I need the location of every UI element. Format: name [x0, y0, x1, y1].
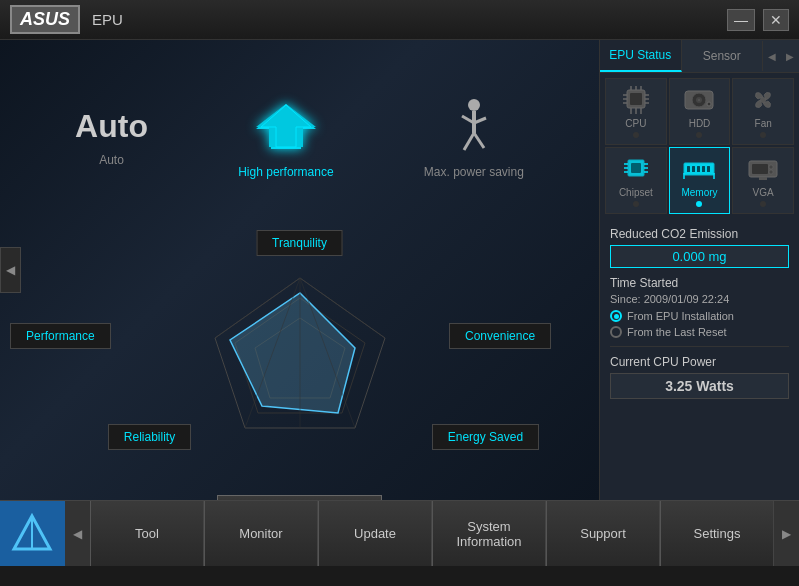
- chipset-icon: [618, 154, 654, 184]
- label-convenience: Convenience: [449, 323, 551, 349]
- mode-auto[interactable]: Auto Auto: [75, 108, 148, 167]
- nav-arrow-left[interactable]: ◀: [65, 501, 90, 566]
- hdd-label: HDD: [689, 118, 711, 129]
- svg-rect-48: [697, 166, 700, 172]
- nav-tool-button[interactable]: Tool: [90, 501, 204, 566]
- fan-icon: [745, 85, 781, 115]
- vga-dot: [760, 201, 766, 207]
- cpu-power-value: 3.25 Watts: [610, 373, 789, 399]
- time-since: Since: 2009/01/09 22:24: [610, 293, 789, 305]
- fan-dot: [760, 132, 766, 138]
- memory-label: Memory: [681, 187, 717, 198]
- cpu-power-title: Current CPU Power: [610, 355, 789, 369]
- configurations-button[interactable]: Configurations: [217, 495, 383, 500]
- memory-dot: [696, 201, 702, 207]
- nav-support-button[interactable]: Support: [546, 501, 660, 566]
- close-button[interactable]: ✕: [763, 9, 789, 31]
- tab-epu-status[interactable]: EPU Status: [600, 40, 682, 72]
- mode-selector: Auto Auto High performance: [0, 40, 599, 225]
- left-panel: ◀ Auto Auto High performance: [0, 40, 599, 500]
- radio-from-reset[interactable]: From the Last Reset: [610, 326, 789, 338]
- nav-buttons: Tool Monitor Update SystemInformation Su…: [90, 501, 774, 566]
- svg-rect-18: [630, 93, 642, 105]
- tab-sensor[interactable]: Sensor: [682, 41, 764, 71]
- walk-icon: [449, 97, 499, 157]
- svg-rect-47: [692, 166, 695, 172]
- status-icon-vga[interactable]: VGA: [732, 147, 794, 214]
- status-icon-hdd[interactable]: HDD: [669, 78, 731, 145]
- label-energy-saved: Energy Saved: [432, 424, 539, 450]
- radio-reset-label: From the Last Reset: [627, 326, 727, 338]
- minimize-button[interactable]: —: [727, 9, 755, 31]
- memory-icon: [681, 154, 717, 184]
- chipset-dot: [633, 201, 639, 207]
- svg-line-6: [464, 133, 474, 150]
- tab-arrow-right[interactable]: ▶: [781, 43, 799, 70]
- svg-marker-1: [256, 104, 316, 147]
- svg-point-35: [707, 102, 711, 106]
- svg-rect-57: [759, 177, 767, 180]
- svg-point-55: [769, 165, 773, 169]
- window-controls: — ✕: [727, 9, 789, 31]
- mode-auto-text: Auto: [75, 108, 148, 145]
- svg-rect-54: [752, 164, 768, 174]
- svg-point-34: [698, 99, 700, 101]
- asus-logo: ASUS: [10, 5, 80, 34]
- hdd-dot: [696, 132, 702, 138]
- config-btn-container: Configurations: [0, 495, 599, 500]
- hdd-icon: [681, 85, 717, 115]
- radar-labels: Tranquility Performance Reliability Ener…: [0, 225, 599, 490]
- label-tranquility: Tranquility: [256, 230, 343, 256]
- plane-icon: [251, 97, 321, 157]
- svg-point-56: [769, 170, 773, 174]
- mode-high-performance-label: High performance: [238, 165, 333, 179]
- mode-high-performance[interactable]: High performance: [238, 97, 333, 179]
- status-icon-fan[interactable]: Fan: [732, 78, 794, 145]
- radio-from-epu[interactable]: From EPU Installation: [610, 310, 789, 322]
- radio-epu-circle: [610, 310, 622, 322]
- right-panel-info: Reduced CO2 Emission 0.000 mg Time Start…: [600, 219, 799, 500]
- nav-update-button[interactable]: Update: [318, 501, 432, 566]
- title-bar: ASUS EPU — ✕: [0, 0, 799, 40]
- tab-arrow-left[interactable]: ◀: [763, 43, 781, 70]
- svg-point-2: [468, 99, 480, 111]
- right-tabs: EPU Status Sensor ◀ ▶: [600, 40, 799, 73]
- status-icon-chipset[interactable]: Chipset: [605, 147, 667, 214]
- svg-rect-50: [707, 166, 710, 172]
- status-icon-cpu[interactable]: CPU: [605, 78, 667, 145]
- status-icon-memory[interactable]: Memory: [669, 147, 731, 214]
- svg-rect-38: [631, 163, 641, 173]
- status-icons-grid: CPU HDD: [600, 73, 799, 219]
- nav-settings-button[interactable]: Settings: [660, 501, 774, 566]
- svg-rect-46: [687, 166, 690, 172]
- bottom-nav: ◀ Tool Monitor Update SystemInformation …: [0, 500, 799, 565]
- nav-monitor-button[interactable]: Monitor: [204, 501, 318, 566]
- radio-epu-label: From EPU Installation: [627, 310, 734, 322]
- nav-logo: [0, 501, 65, 566]
- svg-rect-49: [702, 166, 705, 172]
- main-container: ◀ Auto Auto High performance: [0, 40, 799, 500]
- nav-system-info-button[interactable]: SystemInformation: [432, 501, 546, 566]
- cpu-icon: [618, 85, 654, 115]
- cpu-label: CPU: [625, 118, 646, 129]
- right-panel: EPU Status Sensor ◀ ▶: [599, 40, 799, 500]
- app-title: EPU: [92, 11, 727, 28]
- time-started-title: Time Started: [610, 276, 789, 290]
- chipset-label: Chipset: [619, 187, 653, 198]
- co2-title: Reduced CO2 Emission: [610, 227, 789, 241]
- mode-max-saving[interactable]: Max. power saving: [424, 97, 524, 179]
- svg-line-7: [474, 133, 484, 148]
- mode-auto-label: Auto: [99, 153, 124, 167]
- nav-arrow-right[interactable]: ▶: [774, 501, 799, 566]
- label-performance: Performance: [10, 323, 111, 349]
- co2-value: 0.000 mg: [610, 245, 789, 268]
- mode-max-saving-label: Max. power saving: [424, 165, 524, 179]
- vga-label: VGA: [753, 187, 774, 198]
- vga-icon: [745, 154, 781, 184]
- radar-area: Tranquility Performance Reliability Ener…: [0, 225, 599, 490]
- label-reliability: Reliability: [108, 424, 191, 450]
- radio-reset-circle: [610, 326, 622, 338]
- cpu-dot: [633, 132, 639, 138]
- fan-label: Fan: [755, 118, 772, 129]
- divider: [610, 346, 789, 347]
